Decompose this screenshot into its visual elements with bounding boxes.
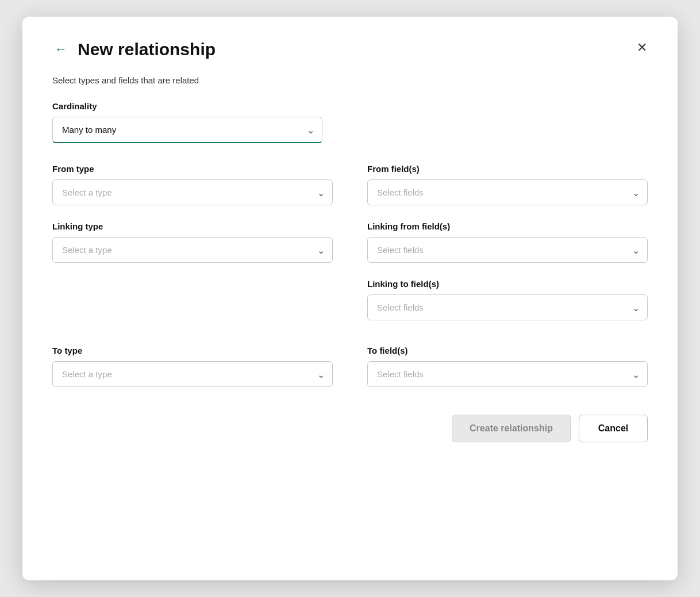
linking-type-label: Linking type — [52, 221, 333, 231]
to-fields-wrapper: Select fields ⌄ — [367, 361, 648, 387]
from-fields-label: From field(s) — [367, 164, 648, 174]
to-fields-select[interactable]: Select fields — [367, 361, 648, 387]
dialog-header: ← New relationship — [52, 40, 648, 59]
create-relationship-button[interactable]: Create relationship — [452, 415, 571, 442]
from-type-label: From type — [52, 164, 333, 174]
to-type-select[interactable]: Select a type — [52, 361, 333, 387]
linking-from-fields-label: Linking from field(s) — [367, 221, 648, 231]
linking-from-fields-select[interactable]: Select fields — [367, 237, 648, 263]
back-arrow-icon: ← — [55, 42, 67, 57]
from-fields-wrapper: Select fields ⌄ — [367, 179, 648, 205]
cardinality-select[interactable]: Many to many One to one One to many Many… — [52, 117, 322, 143]
to-fields-row: To field(s) Select fields ⌄ — [367, 346, 648, 387]
linking-from-fields-row: Linking from field(s) Select fields ⌄ — [367, 221, 648, 263]
to-fields-label: To field(s) — [367, 346, 648, 355]
to-type-wrapper: Select a type ⌄ — [52, 361, 333, 387]
cardinality-section: Cardinality Many to many One to one One … — [52, 101, 648, 143]
linking-to-fields-select[interactable]: Select fields — [367, 294, 648, 320]
cardinality-wrapper: Many to many One to one One to many Many… — [52, 117, 322, 143]
linking-to-fields-row: Linking to field(s) Select fields ⌄ — [367, 279, 648, 320]
cancel-button[interactable]: Cancel — [579, 415, 648, 442]
form-grid: From type Select a type ⌄ From field(s) … — [52, 164, 648, 403]
to-type-label: To type — [52, 346, 333, 355]
cardinality-label: Cardinality — [52, 101, 648, 111]
linking-type-select[interactable]: Select a type — [52, 237, 333, 263]
linking-type-row: Linking type Select a type ⌄ — [52, 221, 333, 263]
to-type-row: To type Select a type ⌄ — [52, 346, 333, 387]
close-button[interactable]: ✕ — [632, 37, 652, 58]
dialog-title: New relationship — [78, 40, 216, 59]
new-relationship-dialog: ← New relationship ✕ Select types and fi… — [22, 17, 678, 580]
back-button[interactable]: ← — [52, 40, 70, 59]
close-icon: ✕ — [637, 40, 647, 55]
from-type-select[interactable]: Select a type — [52, 179, 333, 205]
dialog-overlay: ← New relationship ✕ Select types and fi… — [0, 0, 700, 597]
from-fields-row: From field(s) Select fields ⌄ — [367, 164, 648, 205]
from-type-wrapper: Select a type ⌄ — [52, 179, 333, 205]
dialog-footer: Create relationship Cancel — [52, 415, 648, 442]
dialog-subtitle: Select types and fields that are related — [52, 75, 648, 85]
linking-to-fields-label: Linking to field(s) — [367, 279, 648, 289]
linking-to-fields-wrapper: Select fields ⌄ — [367, 294, 648, 320]
linking-type-wrapper: Select a type ⌄ — [52, 237, 333, 263]
from-fields-select[interactable]: Select fields — [367, 179, 648, 205]
linking-from-fields-wrapper: Select fields ⌄ — [367, 237, 648, 263]
from-type-row: From type Select a type ⌄ — [52, 164, 333, 205]
